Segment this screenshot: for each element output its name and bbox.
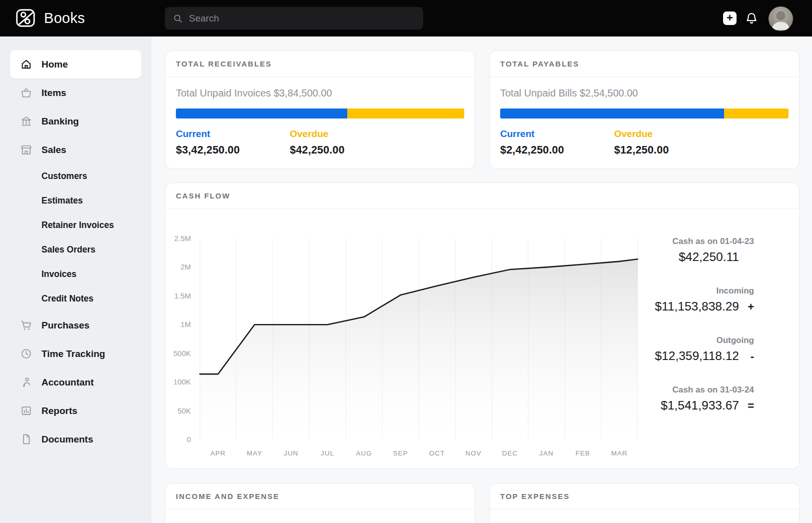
stat-operator: + <box>741 300 754 314</box>
sidebar-subitem-label: Credit Notes <box>41 294 93 304</box>
stat-value: $42,250.11 <box>679 250 739 264</box>
x-month-label: MAY <box>247 450 262 457</box>
sidebar-list: HomeItemsBankingSalesCustomersEstimatesR… <box>0 50 151 454</box>
sidebar-item-items[interactable]: Items <box>0 78 151 107</box>
stat-operator: - <box>741 350 754 363</box>
search-bar[interactable] <box>165 7 423 30</box>
create-new-button[interactable]: + <box>723 12 737 25</box>
sidebar-subitem-label: Customers <box>41 171 87 182</box>
x-month-label: JUL <box>321 450 334 457</box>
sidebar-item-reports[interactable]: Reports <box>0 396 151 425</box>
payables-overdue-segment <box>724 108 789 118</box>
top-expenses-card: TOP EXPENSES <box>489 483 800 523</box>
plus-icon: + <box>727 12 733 24</box>
stat-operator: = <box>741 400 754 412</box>
x-month-label: DEC <box>502 450 518 457</box>
sidebar-item-label: Sales <box>41 144 66 156</box>
x-month-label: AUG <box>356 450 372 457</box>
sidebar-subitem-invoices[interactable]: Invoices <box>0 262 151 286</box>
payables-body: Total Unpaid Bills $2,54,500.00 Current … <box>490 77 799 156</box>
stat-value: $11,153,838.29 <box>655 300 740 314</box>
cash-flow-stat: Cash as on 31-03-24$1,541,933.67= <box>655 385 755 412</box>
current-amount: $2,42,250.00 <box>500 144 614 156</box>
sidebar-subitem-estimates[interactable]: Estimates <box>0 188 151 213</box>
total-payables-card: TOTAL PAYABLES Total Unpaid Bills $2,54,… <box>489 50 800 169</box>
sidebar-subitem-customers[interactable]: Customers <box>0 164 151 188</box>
receivables-summary: Total Unpaid Invoices $3,84,500.00 <box>176 88 464 99</box>
sidebar-item-banking[interactable]: Banking <box>0 107 151 136</box>
overdue-amount: $12,250.00 <box>614 144 669 156</box>
card-title-top-expenses: TOP EXPENSES <box>490 484 799 510</box>
receivables-progress-bar <box>176 108 464 118</box>
cash-flow-stats: Cash as on 01-04-23$42,250.11Incoming$11… <box>655 236 755 434</box>
receivables-breakdown: Current $3,42,250.00 Overdue $42,250.00 <box>176 128 464 156</box>
card-title-receivables: TOTAL RECEIVABLES <box>165 51 475 77</box>
y-tick-label: 1.5M <box>174 292 191 300</box>
sidebar-subitem-retainer-invoices[interactable]: Retainer Invoices <box>0 213 151 238</box>
user-avatar[interactable] <box>769 6 793 31</box>
current-amount: $3,42,250.00 <box>176 144 290 156</box>
sidebar-item-sales[interactable]: Sales <box>0 136 151 164</box>
payables-current-segment <box>500 108 724 118</box>
bank-icon <box>20 115 32 128</box>
sidebar-item-home[interactable]: Home <box>10 50 141 78</box>
person-icon <box>20 376 32 388</box>
payables-current: Current $2,42,250.00 <box>500 128 614 156</box>
sidebar-item-documents[interactable]: Documents <box>0 425 151 454</box>
overdue-amount: $42,250.00 <box>290 144 345 156</box>
sidebar-subitem-sales-orders[interactable]: Sales Orders <box>0 238 151 262</box>
total-receivables-card: TOTAL RECEIVABLES Total Unpaid Invoices … <box>165 50 475 169</box>
document-icon <box>20 433 32 446</box>
stat-value: $1,541,933.67 <box>661 398 739 412</box>
cart-icon <box>20 319 32 332</box>
sidebar-item-label: Documents <box>41 434 93 445</box>
cash-flow-stat: Outgoing$12,359,118.12- <box>655 336 755 363</box>
y-tick-label: 50K <box>177 406 191 415</box>
cash-flow-stat: Cash as on 01-04-23$42,250.11 <box>655 236 755 264</box>
x-month-label: NOV <box>465 450 481 457</box>
x-month-label: SEP <box>393 450 408 457</box>
cash-flow-stat: Incoming$11,153,838.29+ <box>655 286 755 314</box>
sidebar-item-time-tracking[interactable]: Time Tracking <box>0 340 151 368</box>
card-title-income-expense: INCOME AND EXPENSE <box>165 484 475 510</box>
notifications-bell-icon[interactable] <box>745 12 759 26</box>
sidebar-subitem-credit-notes[interactable]: Credit Notes <box>0 286 151 311</box>
y-tick-label: 500K <box>173 349 191 358</box>
receivables-overdue-segment <box>347 108 464 118</box>
receivables-body: Total Unpaid Invoices $3,84,500.00 Curre… <box>165 77 475 156</box>
income-and-expense-card: INCOME AND EXPENSE <box>165 483 475 523</box>
stat-label: Cash as on 31-03-24 <box>655 385 755 395</box>
sidebar-item-label: Reports <box>41 406 77 416</box>
sidebar-item-label: Home <box>41 59 68 70</box>
sidebar-item-purchases[interactable]: Purchases <box>0 311 151 340</box>
search-input[interactable] <box>189 13 415 24</box>
search-icon <box>173 14 183 24</box>
x-month-label: APR <box>210 450 226 457</box>
sidebar-item-label: Banking <box>41 116 79 127</box>
current-label: Current <box>500 128 614 140</box>
stat-label: Incoming <box>655 286 755 296</box>
x-month-label: FEB <box>576 450 590 457</box>
payables-overdue: Overdue $12,250.00 <box>614 128 669 156</box>
sidebar-item-label: Time Tracking <box>41 348 105 360</box>
topbar: Books + <box>0 0 812 36</box>
sidebar-item-accountant[interactable]: Accountant <box>0 368 151 396</box>
sidebar-subitem-label: Invoices <box>41 269 76 280</box>
y-tick-label: 1M <box>180 320 191 328</box>
current-label: Current <box>176 128 290 140</box>
x-month-label: OCT <box>429 450 445 457</box>
app-logo[interactable]: Books <box>14 6 85 30</box>
cash-flow-card: CASH FLOW 2.5M2M1.5M1M500K100K50K0APRMAY… <box>165 182 800 469</box>
sidebar-item-label: Purchases <box>41 320 89 331</box>
sidebar-item-label: Items <box>41 88 66 98</box>
receivables-overdue: Overdue $42,250.00 <box>290 128 345 156</box>
y-tick-label: 100K <box>173 378 191 386</box>
receivables-current: Current $3,42,250.00 <box>176 128 290 156</box>
app-name: Books <box>44 10 85 26</box>
x-month-label: JAN <box>539 450 554 457</box>
y-tick-label: 0 <box>187 435 191 444</box>
overdue-label: Overdue <box>290 128 345 140</box>
home-icon <box>20 58 32 70</box>
sidebar-subitem-label: Retainer Invoices <box>41 220 114 230</box>
overdue-label: Overdue <box>614 128 669 140</box>
